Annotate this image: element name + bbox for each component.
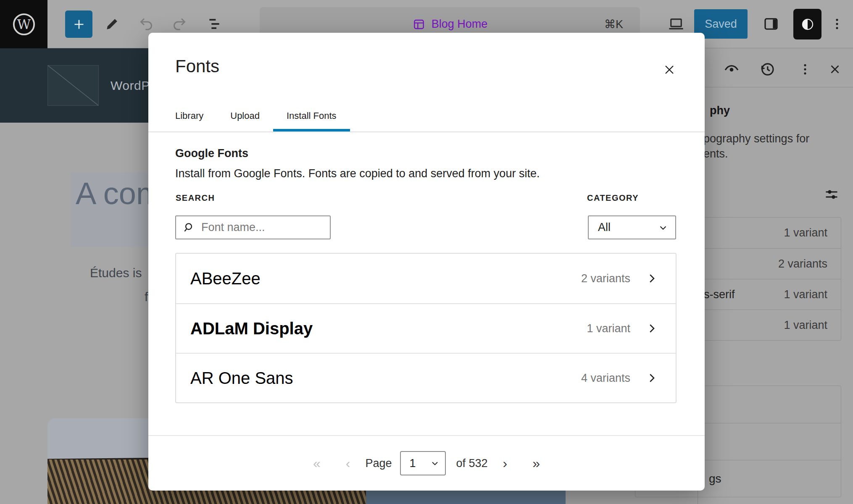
chevron-down-icon — [658, 222, 669, 233]
font-row-adlam-display[interactable]: ADLaM Display 1 variant — [176, 303, 676, 353]
kebab-icon — [798, 62, 813, 77]
settings-sidebar-toggle[interactable] — [762, 15, 780, 33]
font-family-variants: 1 variant — [784, 226, 827, 239]
toolbar-options-button[interactable] — [829, 16, 845, 32]
chevron-right-icon — [645, 372, 658, 384]
chevron-right-icon — [645, 272, 658, 285]
font-name: ADLaM Display — [190, 319, 587, 338]
google-fonts-heading: Google Fonts — [175, 147, 248, 160]
styles-button[interactable] — [793, 9, 821, 39]
block-inserter-button[interactable] — [65, 10, 92, 38]
google-fonts-description: Install from Google Fonts. Fonts are cop… — [175, 167, 540, 180]
font-variants: 2 variants — [581, 272, 630, 285]
laptop-icon — [667, 15, 685, 33]
font-family-variants: 1 variant — [784, 288, 827, 301]
modal-title: Fonts — [175, 56, 219, 76]
pagination-footer: « ‹ Page 1 of 532 › » — [148, 435, 705, 491]
document-title-group: Blog Home — [412, 18, 488, 31]
page-count-label: of 532 — [456, 457, 487, 470]
sidebar-header — [698, 48, 853, 87]
pencil-icon — [104, 16, 120, 32]
site-title[interactable]: WordP — [111, 79, 150, 93]
edit-mode-button[interactable] — [104, 16, 120, 32]
wordpress-site-editor: W — [0, 0, 853, 504]
tab-upload[interactable]: Upload — [217, 100, 273, 131]
sliders-icon — [824, 187, 839, 202]
typography-description-line1: pography settings for — [703, 132, 809, 145]
plus-icon — [71, 17, 87, 32]
tab-library[interactable]: Library — [162, 100, 217, 131]
command-shortcut: ⌘K — [604, 18, 623, 31]
style-book-button[interactable] — [723, 61, 740, 78]
kebab-icon — [829, 16, 845, 32]
sidebar-toggle-icon — [762, 15, 780, 33]
sidebar-options-button[interactable] — [798, 62, 813, 77]
font-search-field — [175, 215, 331, 239]
typography-settings-button[interactable] — [824, 187, 839, 202]
sidebar-close-button[interactable] — [828, 62, 842, 76]
template-icon — [412, 18, 426, 31]
previous-page-button[interactable]: ‹ — [346, 457, 350, 470]
page-number-value: 1 — [409, 457, 416, 470]
font-row-abeezee[interactable]: ABeeZee 2 variants — [176, 254, 676, 303]
chevron-right-icon — [645, 322, 658, 335]
undo-icon — [138, 16, 155, 32]
font-name: AR One Sans — [190, 369, 581, 388]
redo-button[interactable] — [171, 16, 188, 32]
search-input[interactable] — [201, 221, 319, 234]
typography-panel-title: phy — [710, 104, 730, 117]
font-name: ABeeZee — [190, 269, 581, 288]
next-page-button[interactable]: › — [503, 457, 508, 470]
wordpress-logo-letter: W — [17, 16, 31, 32]
font-variants: 4 variants — [581, 372, 630, 385]
font-row-ar-one-sans[interactable]: AR One Sans 4 variants — [176, 353, 676, 402]
undo-button[interactable] — [138, 16, 155, 32]
search-label: SEARCH — [176, 193, 215, 203]
close-icon — [662, 62, 677, 77]
document-title: Blog Home — [432, 18, 488, 31]
last-page-button[interactable]: » — [532, 457, 540, 470]
styles-sidebar: phy pography settings for ents. 1 varian… — [698, 48, 853, 504]
wordpress-menu-button[interactable]: W — [0, 0, 47, 48]
page-label: Page — [365, 457, 392, 470]
saved-label: Saved — [705, 18, 737, 31]
eye-icon — [723, 61, 740, 78]
font-family-variants: 1 variant — [784, 319, 827, 332]
document-overview-button[interactable] — [206, 16, 223, 32]
font-family-variants: 2 variants — [778, 257, 827, 270]
font-variants: 1 variant — [587, 322, 630, 335]
fonts-modal: Fonts Library Upload Install Fonts Googl… — [148, 33, 705, 491]
page-number-select[interactable]: 1 — [400, 451, 446, 475]
category-select[interactable]: All — [588, 215, 676, 239]
modal-close-button[interactable] — [658, 58, 681, 81]
tab-install-fonts[interactable]: Install Fonts — [273, 100, 350, 131]
list-view-icon — [206, 16, 223, 32]
site-logo-placeholder[interactable] — [47, 65, 99, 106]
google-fonts-list: ABeeZee 2 variants ADLaM Display 1 varia… — [175, 253, 677, 403]
styles-icon — [800, 17, 815, 32]
paragraph-fragment-line1[interactable]: Études is — [90, 266, 142, 280]
close-icon — [828, 62, 842, 76]
preview-device-button[interactable] — [667, 15, 685, 33]
history-icon — [758, 60, 776, 78]
search-icon — [182, 221, 195, 234]
category-selected-value: All — [598, 221, 611, 234]
chevron-down-icon — [430, 458, 440, 468]
revisions-button[interactable] — [758, 60, 776, 78]
wordpress-logo-icon: W — [12, 12, 36, 37]
paragraph-fragment-line2[interactable]: f — [145, 290, 148, 304]
category-label: CATEGORY — [587, 193, 639, 203]
element-label: gs — [709, 472, 721, 486]
placeholder-diagonal-icon — [48, 66, 98, 105]
typography-description-line2: ents. — [703, 147, 728, 160]
font-family-name: s-serif — [704, 288, 735, 301]
redo-icon — [171, 16, 188, 32]
first-page-button[interactable]: « — [313, 457, 321, 470]
fonts-modal-tabs: Library Upload Install Fonts — [148, 100, 705, 132]
